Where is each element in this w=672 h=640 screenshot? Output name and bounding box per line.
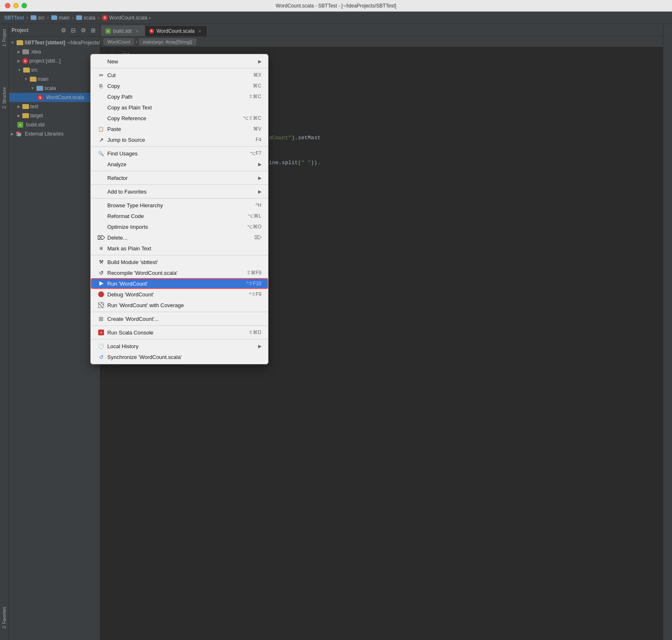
menu-item-new[interactable]: New ▶ (91, 56, 268, 67)
tree-item-idea[interactable]: ▶ .idea (9, 47, 100, 56)
menu-item-reformat[interactable]: Reformat Code ⌥⌘L (91, 211, 268, 221)
menu-item-paste[interactable]: Paste ⌘V (91, 124, 268, 134)
run-wordcount-shortcut: ^⇧F10 (247, 281, 261, 286)
separator-6 (91, 255, 268, 255)
tree-item-extlibs[interactable]: ▶ 📚 External Libraries (9, 129, 100, 138)
menu-item-copy[interactable]: Copy ⌘C (91, 80, 268, 91)
right-panel-strip (663, 24, 672, 640)
toolbar-settings-btn[interactable]: ⚙ (59, 26, 68, 34)
menu-item-refactor[interactable]: Refactor ▶ (91, 172, 268, 183)
menu-label-paste: Paste (107, 126, 241, 132)
tree-item-target[interactable]: ▶ target (9, 111, 100, 120)
reformat-icon (97, 212, 105, 220)
tab-buildsbt-close[interactable]: × (134, 28, 140, 34)
close-button[interactable] (5, 3, 10, 8)
menu-item-add-favorites[interactable]: Add to Favorites ▶ (91, 186, 268, 197)
tree-item-test[interactable]: ▶ test (9, 102, 100, 111)
separator-2 (91, 146, 268, 147)
tree-item-sbttest[interactable]: ▼ SBTTest [sbttest] ~/IdeaProjects/SBTTe… (9, 38, 100, 47)
menu-item-copy-ref[interactable]: Copy Reference ⌥⇧⌘C (91, 113, 268, 124)
menu-label-copy-ref: Copy Reference (107, 115, 230, 121)
jump-source-shortcut: F4 (256, 137, 261, 143)
new-icon (97, 58, 105, 65)
project-panel-title: Project (12, 27, 58, 33)
maximize-button[interactable] (22, 3, 27, 8)
menu-item-jump-source[interactable]: Jump to Source F4 (91, 134, 268, 145)
reformat-shortcut: ⌥⌘L (248, 213, 261, 219)
menu-item-build-module[interactable]: Build Module 'sbttest' (91, 257, 268, 267)
delete-shortcut: ⌦ (254, 235, 261, 240)
find-icon (97, 150, 105, 157)
menu-item-find-usages[interactable]: Find Usages ⌥F7 (91, 148, 268, 159)
structure-tab[interactable]: Z: Structure (0, 84, 8, 112)
src-folder-icon (31, 15, 36, 20)
menu-item-mark-plain[interactable]: Mark as Plain Text (91, 243, 268, 254)
favorites-tab[interactable]: 2: Favorites (0, 604, 8, 632)
tree-item-project[interactable]: ▶ S project [sbtt...] (9, 56, 100, 65)
breadcrumb-main[interactable]: main (59, 15, 70, 21)
menu-item-run-wordcount[interactable]: Run 'WordCount' ^⇧F10 (91, 278, 268, 289)
menu-item-analyze[interactable]: Analyze ▶ (91, 159, 268, 170)
menu-item-delete[interactable]: Delete... ⌦ (91, 232, 268, 243)
window-controls[interactable] (5, 3, 27, 8)
menu-label-reformat: Reformat Code (107, 213, 235, 219)
menu-item-optimize-imports[interactable]: Optimize Imports ⌥⌘O (91, 221, 268, 232)
toolbar-collapse-btn[interactable]: ⊟ (69, 26, 77, 34)
menu-label-copy: Copy (107, 83, 240, 89)
toolbar-gear-btn[interactable]: ⚙ (79, 26, 87, 34)
copy-path-shortcut: ⇧⌘C (249, 94, 261, 99)
menu-item-scala-console[interactable]: S Run Scala Console ⇧⌘D (91, 327, 268, 338)
tree-item-src[interactable]: ▼ src (9, 65, 100, 75)
recompile-shortcut: ⇧⌘F9 (247, 270, 261, 276)
breadcrumb-src[interactable]: src (38, 15, 45, 21)
breadcrumb-project[interactable]: SBTTest (4, 15, 24, 21)
tab-buildsbt-label: build.sbt (113, 28, 132, 34)
menu-item-local-history[interactable]: Local History ▶ (91, 341, 268, 352)
menu-label-copy-plain: Copy as Plain Text (107, 104, 249, 111)
toolbar-layout-btn[interactable]: ⊞ (89, 26, 97, 34)
coverage-icon (97, 301, 105, 309)
context-menu: New ▶ Cut ⌘X Copy ⌘C Copy Path ⇧⌘C Copy … (90, 54, 268, 364)
tab-buildsbt[interactable]: s build.sbt × (101, 25, 145, 36)
tree-item-wordcount[interactable]: S WordCount.scala (9, 93, 100, 102)
minimize-button[interactable] (13, 3, 19, 8)
cut-shortcut: ⌘X (253, 72, 261, 78)
tree-item-scala[interactable]: ▼ scala (9, 84, 100, 93)
separator-3 (91, 171, 268, 171)
project-tab[interactable]: 1: Project (0, 26, 8, 50)
menu-item-recompile[interactable]: Recompile 'WordCount.scala' ⇧⌘F9 (91, 267, 268, 278)
tab-wordcount[interactable]: S WordCount.scala × (145, 25, 208, 36)
tab-bar: s build.sbt × S WordCount.scala × (100, 24, 663, 36)
copy-shortcut: ⌘C (253, 83, 261, 89)
menu-label-build-module: Build Module 'sbttest' (107, 259, 261, 265)
tree-item-main[interactable]: ▼ main (9, 75, 100, 84)
delete-icon (97, 234, 105, 241)
menu-label-new: New (107, 58, 255, 65)
menu-item-cut[interactable]: Cut ⌘X (91, 70, 268, 80)
separator-1 (91, 68, 268, 68)
hierarchy-icon (97, 201, 105, 209)
menu-item-copy-plain[interactable]: Copy as Plain Text (91, 102, 268, 113)
tab-wordcount-close[interactable]: × (197, 28, 203, 34)
menu-item-browse-hierarchy[interactable]: Browse Type Hierarchy ^H (91, 200, 268, 211)
browse-hierarchy-shortcut: ^H (256, 202, 261, 208)
recompile-icon (97, 269, 105, 276)
scala-console-shortcut: ⇧⌘D (249, 330, 261, 335)
menu-item-run-coverage[interactable]: Run 'WordCount' with Coverage (91, 300, 268, 310)
tree-item-buildsbt[interactable]: s build.sbt (9, 120, 100, 129)
menu-label-add-favorites: Add to Favorites (107, 189, 255, 195)
scala-folder-icon (76, 15, 82, 20)
menu-item-debug-wordcount[interactable]: Debug 'WordCount' ^⇧F9 (91, 289, 268, 300)
breadcrumb-scala[interactable]: scala (84, 15, 95, 21)
run-icon (97, 280, 105, 287)
breadcrumb-file[interactable]: WordCount.scala (109, 15, 147, 21)
menu-item-create-wordcount[interactable]: Create 'WordCount'... (91, 313, 268, 324)
main-folder-icon (51, 15, 57, 20)
breadcrumb-main-method[interactable]: main(args: Array[String]) (139, 39, 196, 45)
menu-item-copy-path[interactable]: Copy Path ⇧⌘C (91, 91, 268, 102)
favorites-icon (97, 188, 105, 195)
wordcount-file-icon: S (102, 15, 108, 21)
menu-label-debug-wordcount: Debug 'WordCount' (107, 291, 237, 298)
breadcrumb-wordcount-class[interactable]: WordCount (104, 39, 134, 45)
menu-item-synchronize[interactable]: Synchronize 'WordCount.scala' (91, 352, 268, 362)
